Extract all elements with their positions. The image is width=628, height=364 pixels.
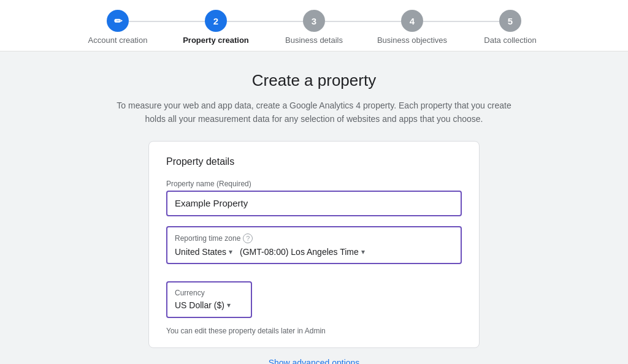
step-property-creation: 2 Property creation [167,10,265,45]
step-circle-1: ✏ [107,10,129,32]
step-circle-4: 4 [401,10,423,32]
currency-wrap: Currency US Dollar ($) ▾ [166,281,252,318]
step-number-2: 2 [213,16,218,26]
step-number-4: 4 [410,16,415,26]
timezone-label: Reporting time zone [175,234,240,243]
page-title: Create a property [252,71,376,90]
currency-label: Currency [175,289,243,297]
timezone-value: (GMT-08:00) Los Angeles Time [240,247,359,257]
page-description: To measure your web and app data, create… [105,99,523,126]
timezone-field-group: Reporting time zone ? United States ▾ (G… [166,226,462,264]
step-business-objectives: 4 Business objectives [363,10,461,45]
property-name-label: Property name (Required) [166,180,462,188]
property-name-input[interactable] [175,198,453,208]
step-circle-3: 3 [303,10,325,32]
step-circle-5: 5 [499,10,521,32]
country-select[interactable]: United States ▾ [175,247,232,257]
country-value: United States [175,247,226,257]
main-content: Create a property To measure your web an… [0,51,628,364]
step-business-details: 3 Business details [265,10,363,45]
currency-value: US Dollar ($) [175,300,224,310]
timezone-label-row: Reporting time zone ? [175,233,453,243]
step-circle-2: 2 [205,10,227,32]
step-data-collection: 5 Data collection [461,10,559,45]
help-icon[interactable]: ? [243,233,253,243]
country-chevron-icon: ▾ [229,248,232,256]
currency-select[interactable]: US Dollar ($) ▾ [175,300,231,310]
card-title: Property details [166,156,462,167]
edit-note: You can edit these property details late… [166,327,462,335]
timezone-wrap: Reporting time zone ? United States ▾ (G… [166,226,462,264]
step-label-2: Property creation [183,36,249,45]
property-name-input-wrap[interactable] [166,191,462,216]
show-advanced-options-link[interactable]: Show advanced options [269,358,360,364]
step-label-3: Business details [285,36,343,45]
stepper: ✏ Account creation 2 Property creation 3… [0,0,628,51]
step-label-1: Account creation [88,36,148,45]
step-account-creation: ✏ Account creation [69,10,167,45]
timezone-select[interactable]: (GMT-08:00) Los Angeles Time ▾ [240,247,365,257]
timezone-chevron-icon: ▾ [361,248,365,256]
property-name-field-group: Property name (Required) [166,180,462,216]
property-details-card: Property details Property name (Required… [148,141,480,348]
step-number-3: 3 [312,16,316,26]
timezone-selects: United States ▾ (GMT-08:00) Los Angeles … [175,247,453,257]
pencil-icon: ✏ [114,15,122,27]
currency-chevron-icon: ▾ [227,301,231,309]
step-label-4: Business objectives [377,36,447,45]
step-label-5: Data collection [484,36,536,45]
step-number-5: 5 [508,16,513,26]
